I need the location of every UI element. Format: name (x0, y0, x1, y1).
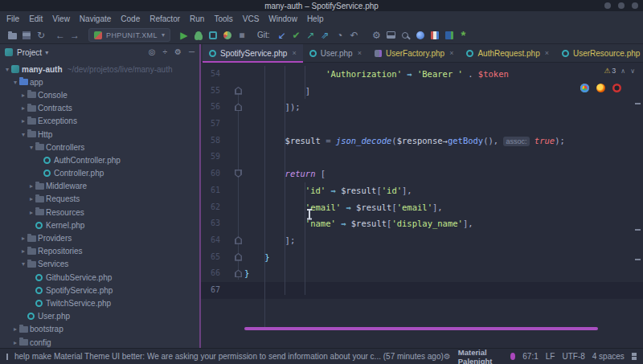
tab-spotifyservice-php[interactable]: SpotifyService.php× (203, 44, 303, 62)
menu-item-run[interactable]: Run (185, 14, 209, 23)
run-icon[interactable]: ▶ (177, 28, 191, 43)
notification-message[interactable]: help make Material Theme UI better: We a… (14, 352, 444, 361)
tab-userresource-php[interactable]: UserResource.php× (555, 44, 643, 62)
close-button[interactable] (632, 2, 638, 9)
encoding-indicator[interactable]: UTF-8 (562, 352, 584, 361)
tree-item-app[interactable]: ▾app (0, 76, 199, 88)
tree-item-spotifyservice-php[interactable]: SpotifyService.php (0, 284, 199, 297)
code-line-57[interactable] (244, 116, 565, 133)
stop-icon[interactable]: ■ (235, 28, 249, 43)
chevron-expanded-icon[interactable]: ▾ (19, 260, 27, 268)
chevron-expanded-icon[interactable]: ▾ (27, 144, 35, 151)
line-number-65[interactable]: 65 (201, 249, 220, 266)
hide-panel-icon[interactable]: ─ (189, 48, 195, 56)
horizontal-scrollbar[interactable] (244, 327, 598, 330)
minimize-button[interactable] (604, 2, 611, 9)
tree-item-middleware[interactable]: ▸Middleware (0, 180, 199, 193)
tree-item-controller-php[interactable]: Controller.php (0, 167, 199, 180)
chevron-collapsed-icon[interactable]: ▸ (19, 104, 27, 112)
run-config-selector[interactable]: PHPUNIT.XML▾ (88, 28, 170, 42)
chevron-collapsed-icon[interactable]: ▸ (27, 195, 35, 202)
chevron-collapsed-icon[interactable]: ▸ (27, 182, 35, 190)
line-number-63[interactable]: 63 (201, 215, 220, 232)
fold-marker-icon[interactable] (235, 170, 242, 178)
code-line-59[interactable] (244, 149, 565, 166)
code-line-63[interactable]: 'name' ⇒ $result['display_name'], (244, 215, 565, 232)
debug-icon[interactable] (191, 28, 206, 43)
menu-item-file[interactable]: File (2, 14, 24, 23)
fold-marker-icon[interactable] (235, 269, 242, 277)
tree-item-controllers[interactable]: ▾Controllers (0, 141, 199, 153)
chrome-icon[interactable] (580, 84, 589, 92)
tree-item-repositories[interactable]: ▸Repositories (0, 245, 199, 258)
chevron-collapsed-icon[interactable]: ▸ (27, 209, 35, 216)
tree-item-authcontroller-php[interactable]: AuthController.php (0, 153, 199, 166)
vcs-cherry-pick-icon[interactable]: ⇗ (318, 28, 333, 43)
tree-item-bootstrap[interactable]: ▸bootstrap (0, 323, 199, 336)
tree-item-requests[interactable]: ▸Requests (0, 193, 199, 206)
line-ending-indicator[interactable]: LF (546, 352, 555, 361)
chevron-collapsed-icon[interactable]: ▸ (19, 247, 27, 255)
chevron-expanded-icon[interactable]: ▾ (3, 66, 11, 73)
gear-icon[interactable]: ⚙ (174, 48, 182, 56)
code-line-58[interactable]: $result = json_decode($response→getBody(… (244, 133, 565, 149)
line-number-57[interactable]: 57 (201, 116, 220, 133)
line-number-60[interactable]: 60 (201, 166, 220, 182)
fold-marker-icon[interactable] (235, 87, 242, 95)
code-line-66[interactable]: } (244, 265, 565, 282)
theme-name[interactable]: Material Palenight (458, 348, 503, 364)
indent-indicator[interactable]: 4 spaces (592, 352, 625, 361)
line-number-67[interactable]: 67 (201, 282, 220, 299)
line-number-66[interactable]: 66 (201, 265, 220, 282)
line-number-58[interactable]: 58 (201, 133, 220, 149)
tab-authrequest-php[interactable]: AuthRequest.php× (460, 44, 555, 62)
menu-item-code[interactable]: Code (116, 14, 145, 23)
tree-item-user-php[interactable]: User.php (0, 310, 199, 323)
chevron-collapsed-icon[interactable]: ▸ (19, 92, 27, 99)
forward-icon[interactable]: → (68, 28, 82, 43)
line-number-59[interactable]: 59 (201, 149, 220, 166)
vcs-push-icon[interactable]: ↗ (304, 28, 318, 43)
tree-item-githubservice-php[interactable]: GithubService.php (0, 271, 199, 284)
vcs-update-icon[interactable]: ↙ (275, 28, 289, 43)
fold-marker-icon[interactable] (235, 103, 242, 111)
chevron-collapsed-icon[interactable]: ▸ (11, 339, 19, 346)
code-line-56[interactable]: ]); (244, 99, 565, 116)
menu-item-edit[interactable]: Edit (24, 14, 47, 23)
sync-icon[interactable]: ↻ (34, 28, 48, 43)
caret-position[interactable]: 67:1 (522, 352, 538, 361)
tree-item-many-auth[interactable]: ▾many-auth~/dev/projetos/live/many-auth (0, 63, 199, 76)
theme-settings-icon[interactable]: ⚙ (444, 352, 451, 361)
menu-item-refactor[interactable]: Refactor (145, 14, 185, 23)
collapse-all-icon[interactable]: ÷ (162, 48, 167, 56)
maximize-button[interactable] (618, 2, 625, 9)
material-columns-icon[interactable] (428, 28, 442, 43)
chevron-down-icon[interactable]: ▾ (45, 49, 48, 56)
line-number-55[interactable]: 55 (201, 83, 220, 100)
rollback-icon[interactable]: ↶ (347, 28, 362, 43)
codeglance-icon[interactable] (442, 28, 457, 43)
code-line-60[interactable]: return [ (244, 166, 565, 182)
menu-item-tools[interactable]: Tools (209, 14, 237, 23)
settings-wrench-icon[interactable]: ⚙ (370, 28, 384, 43)
line-number-56[interactable]: 56 (201, 99, 220, 116)
code-line-64[interactable]: ]; (244, 232, 565, 249)
line-number-62[interactable]: 62 (201, 199, 220, 216)
tab-close-icon[interactable]: × (449, 49, 453, 57)
tree-item-http[interactable]: ▾Http (0, 128, 199, 141)
project-panel-title[interactable]: Project (17, 48, 42, 57)
chevron-collapsed-icon[interactable]: ▸ (19, 117, 27, 125)
history-icon[interactable]: ◔ (333, 28, 347, 43)
chevron-expanded-icon[interactable]: ▾ (11, 79, 19, 86)
tab-user-php[interactable]: User.php× (303, 44, 368, 62)
save-icon[interactable] (19, 28, 34, 43)
fold-marker-icon[interactable] (235, 253, 242, 261)
tree-item-twitchservice-php[interactable]: TwitchService.php (0, 297, 199, 309)
search-everywhere-icon[interactable] (399, 28, 413, 43)
tab-close-icon[interactable]: × (292, 49, 296, 57)
firefox-icon[interactable] (596, 84, 605, 92)
layout-icon[interactable] (384, 28, 399, 43)
code-line-67[interactable] (244, 282, 565, 299)
code-line-54[interactable]: 'Authorization' ⇒ 'Bearer ' . $token (244, 66, 565, 83)
line-number-64[interactable]: 64 (201, 232, 220, 249)
